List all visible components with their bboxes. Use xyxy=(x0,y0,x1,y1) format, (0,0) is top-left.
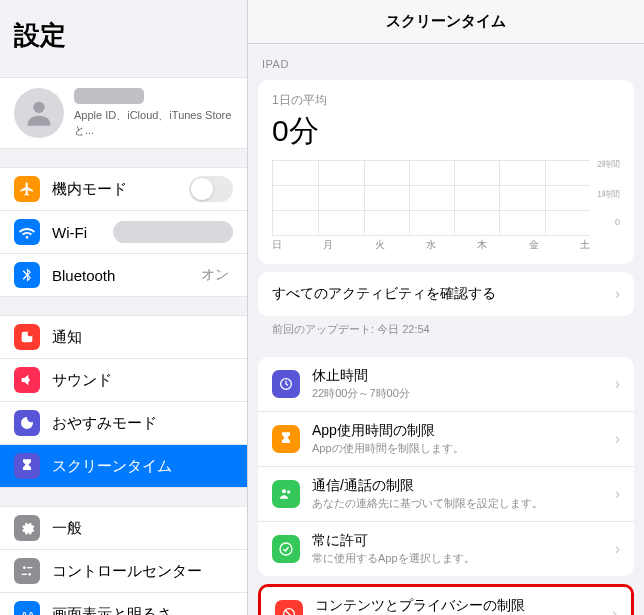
bluetooth-value: オン xyxy=(201,266,229,284)
general-row[interactable]: 一般 xyxy=(0,507,247,550)
wifi-label: Wi-Fi xyxy=(52,224,113,241)
app-limits-icon xyxy=(272,425,300,453)
all-activity-label: すべてのアクティビティを確認する xyxy=(272,285,615,303)
svg-point-14 xyxy=(287,490,290,493)
svg-point-2 xyxy=(28,331,33,336)
main-panel: スクリーンタイム IPAD 1日の平均 0分 2時間 1時間 0 日月 火水 木… xyxy=(248,0,644,615)
chevron-right-icon: › xyxy=(615,485,620,503)
svg-rect-4 xyxy=(27,567,32,568)
app-limits-row[interactable]: App使用時間の制限Appの使用時間を制限します。 › xyxy=(258,412,634,467)
account-name-redacted xyxy=(74,88,144,104)
content-privacy-row[interactable]: コンテンツとプライバシーの制限不適切なコンテンツをブロックします。 › xyxy=(261,587,631,615)
communication-icon xyxy=(272,480,300,508)
wifi-icon xyxy=(14,219,40,245)
bluetooth-label: Bluetooth xyxy=(52,267,201,284)
apple-id-row[interactable]: Apple ID、iCloud、iTunes Storeと... xyxy=(0,78,247,148)
app-limits-sub: Appの使用時間を制限します。 xyxy=(312,441,615,456)
usage-chart: 2時間 1時間 0 日月 火水 木金 土 xyxy=(272,160,620,252)
always-allowed-icon xyxy=(272,535,300,563)
chevron-right-icon: › xyxy=(615,540,620,558)
svg-point-3 xyxy=(23,566,26,569)
chevron-right-icon: › xyxy=(615,285,620,303)
always-allowed-title: 常に許可 xyxy=(312,532,615,550)
limits-list: 休止時間22時00分～7時00分 › App使用時間の制限Appの使用時間を制限… xyxy=(258,357,634,576)
control-center-icon xyxy=(14,558,40,584)
account-sub: Apple ID、iCloud、iTunes Storeと... xyxy=(74,108,233,138)
control-center-label: コントロールセンター xyxy=(52,562,233,581)
avg-value: 0分 xyxy=(272,111,620,152)
display-label: 画面表示と明るさ xyxy=(52,605,233,616)
airplane-mode-row[interactable]: 機内モード xyxy=(0,168,247,211)
svg-text:AA: AA xyxy=(21,610,35,615)
chevron-right-icon: › xyxy=(615,430,620,448)
y-label-1: 1時間 xyxy=(597,188,620,201)
sounds-icon xyxy=(14,367,40,393)
svg-point-5 xyxy=(28,573,31,576)
communication-title: 通信/通話の制限 xyxy=(312,477,615,495)
usage-card[interactable]: 1日の平均 0分 2時間 1時間 0 日月 火水 木金 土 xyxy=(258,80,634,264)
y-label-0: 0 xyxy=(615,217,620,227)
chevron-right-icon: › xyxy=(612,605,617,615)
sounds-label: サウンド xyxy=(52,371,233,390)
airplane-icon xyxy=(14,176,40,202)
hourglass-icon xyxy=(14,453,40,479)
downtime-title: 休止時間 xyxy=(312,367,615,385)
communication-sub: あなたの連絡先に基づいて制限を設定します。 xyxy=(312,496,615,511)
page-title: スクリーンタイム xyxy=(248,0,644,44)
sounds-row[interactable]: サウンド xyxy=(0,359,247,402)
svg-point-0 xyxy=(33,102,44,113)
all-activity-row[interactable]: すべてのアクティビティを確認する › xyxy=(258,272,634,316)
content-privacy-icon xyxy=(275,600,303,615)
device-label: IPAD xyxy=(248,44,644,74)
always-allowed-sub: 常に使用するAppを選択します。 xyxy=(312,551,615,566)
app-limits-title: App使用時間の制限 xyxy=(312,422,615,440)
svg-line-17 xyxy=(285,610,293,615)
notifications-row[interactable]: 通知 xyxy=(0,316,247,359)
avg-label: 1日の平均 xyxy=(272,92,620,109)
settings-title: 設定 xyxy=(0,0,247,59)
settings-sidebar: 設定 Apple ID、iCloud、iTunes Storeと... 機内モー… xyxy=(0,0,248,615)
bluetooth-row[interactable]: Bluetooth オン xyxy=(0,254,247,296)
downtime-row[interactable]: 休止時間22時00分～7時00分 › xyxy=(258,357,634,412)
screentime-label: スクリーンタイム xyxy=(52,457,233,476)
moon-icon xyxy=(14,410,40,436)
gear-icon xyxy=(14,515,40,541)
wifi-value-redacted xyxy=(113,221,233,243)
screentime-row[interactable]: スクリーンタイム xyxy=(0,445,247,487)
y-label-2: 2時間 xyxy=(597,158,620,171)
content-privacy-title: コンテンツとプライバシーの制限 xyxy=(315,597,612,615)
svg-rect-6 xyxy=(22,574,27,575)
x-labels: 日月 火水 木金 土 xyxy=(272,238,590,252)
always-allowed-row[interactable]: 常に許可常に使用するAppを選択します。 › xyxy=(258,522,634,576)
svg-point-13 xyxy=(282,489,286,493)
airplane-toggle[interactable] xyxy=(189,176,233,202)
svg-point-15 xyxy=(280,543,292,555)
bluetooth-icon xyxy=(14,262,40,288)
avatar-icon xyxy=(14,88,64,138)
display-icon: AA xyxy=(14,601,40,615)
airplane-label: 機内モード xyxy=(52,180,189,199)
dnd-row[interactable]: おやすみモード xyxy=(0,402,247,445)
chevron-right-icon: › xyxy=(615,375,620,393)
last-update: 前回のアップデート: 今日 22:54 xyxy=(248,316,644,343)
communication-row[interactable]: 通信/通話の制限あなたの連絡先に基づいて制限を設定します。 › xyxy=(258,467,634,522)
content-privacy-highlight: コンテンツとプライバシーの制限不適切なコンテンツをブロックします。 › xyxy=(258,584,634,615)
downtime-sub: 22時00分～7時00分 xyxy=(312,386,615,401)
wifi-row[interactable]: Wi-Fi xyxy=(0,211,247,254)
downtime-icon xyxy=(272,370,300,398)
display-row[interactable]: AA 画面表示と明るさ xyxy=(0,593,247,615)
dnd-label: おやすみモード xyxy=(52,414,233,433)
notifications-label: 通知 xyxy=(52,328,233,347)
control-center-row[interactable]: コントロールセンター xyxy=(0,550,247,593)
notifications-icon xyxy=(14,324,40,350)
general-label: 一般 xyxy=(52,519,233,538)
